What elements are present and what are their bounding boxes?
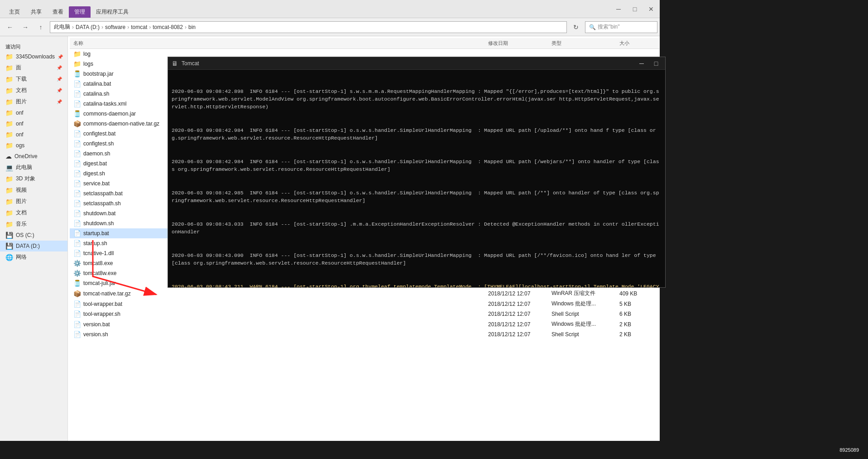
sidebar-item-docs[interactable]: 📁 文档 📌 <box>0 85 67 96</box>
bat-icon: 📄 <box>73 190 81 197</box>
sh-icon: 📄 <box>73 170 81 177</box>
jar-icon: 🫙 <box>73 110 81 117</box>
bat-icon: 📄 <box>73 80 81 87</box>
folder-icon: 📁 <box>5 221 13 228</box>
log-line-3: 2020-06-03 09:08:42.985 INFO 6184 --- [o… <box>172 189 662 205</box>
sidebar-item-documents[interactable]: 📁 文档 <box>0 207 67 218</box>
col-name[interactable]: 名称 <box>73 40 488 47</box>
sidebar-item-onedrive[interactable]: ☁ OneDrive <box>0 151 67 162</box>
folder-icon: 📁 <box>5 142 13 149</box>
file-row-tool-wrapper-sh[interactable]: 📄tool-wrapper.sh2018/12/12 12:07Shell Sc… <box>70 309 659 319</box>
terminal-minimize-button[interactable]: ─ <box>636 58 647 69</box>
sidebar-item-3d[interactable]: 📁 3D 对象 <box>0 173 67 184</box>
sidebar-item-pictures[interactable]: 📁 图片 <box>0 196 67 207</box>
quick-access-section: 速访问 <box>0 40 67 51</box>
terminal-body[interactable]: 2020-06-03 09:08:42.898 INFO 6184 --- [o… <box>168 70 665 287</box>
terminal-icon: 🖥 <box>172 60 178 67</box>
drive-icon: 💾 <box>5 232 13 239</box>
folder-icon: 📁 <box>5 87 13 94</box>
sh-icon: 📄 <box>73 200 81 207</box>
taskbar: 8925089 <box>0 441 868 459</box>
sidebar-item-data[interactable]: 💾 DATA (D:) <box>0 241 67 251</box>
tab-share[interactable]: 共享 <box>25 6 47 18</box>
sidebar-item-onf1[interactable]: 📁 onf <box>0 107 67 118</box>
tab-home[interactable]: 主页 <box>4 6 25 18</box>
tab-app-tools[interactable]: 应用程序工具 <box>91 6 134 18</box>
minimize-button[interactable]: ─ <box>612 3 625 15</box>
close-button[interactable]: ✕ <box>645 3 657 15</box>
window-controls: ─ □ ✕ <box>612 3 657 15</box>
sidebar: 速访问 📁 3345Downloads 📌 📁 面 📌 📁 下载 📌 📁 文档 … <box>0 36 68 446</box>
log-line-0: 2020-06-03 09:08:42.898 INFO 6184 --- [o… <box>172 87 662 111</box>
log-line-6: 2020-06-03 09:08:43.211 WARN 6184 --- [o… <box>172 283 662 287</box>
gz-icon: 📦 <box>73 290 81 297</box>
tab-manage[interactable]: 管理 <box>69 6 91 18</box>
sidebar-item-downloads[interactable]: 📁 下载 📌 <box>0 73 67 85</box>
exe-icon: ⚙️ <box>73 260 81 267</box>
bat-icon: 📄 <box>73 230 81 237</box>
file-row-version-sh[interactable]: 📄version.sh2018/12/12 12:07Shell Script2… <box>70 329 659 339</box>
gz-icon: 📦 <box>73 120 81 127</box>
path-bin[interactable]: bin <box>188 24 196 30</box>
folder-icon: 📁 <box>5 76 13 83</box>
search-box[interactable]: 🔍 搜索"bin" <box>585 21 657 33</box>
ribbon-tab-strip: 主页 共享 查看 管理 应用程序工具 <box>4 0 134 18</box>
path-tomcat8082[interactable]: tomcat-8082 <box>153 24 183 30</box>
jar-icon: 🫙 <box>73 280 81 287</box>
sidebar-item-network[interactable]: 🌐 网络 <box>0 251 67 263</box>
col-date[interactable]: 修改日期 <box>488 40 551 47</box>
folder-icon: 📁 <box>73 60 81 68</box>
bat-icon: 📄 <box>73 300 81 308</box>
path-software[interactable]: software <box>105 24 125 30</box>
file-row-tool-wrapper-bat[interactable]: 📄tool-wrapper.bat2018/12/12 12:07Windows… <box>70 299 659 309</box>
folder-icon: 📁 <box>5 131 13 138</box>
folder-icon: 📁 <box>5 109 13 116</box>
folder-icon: 📁 <box>73 50 81 58</box>
refresh-button[interactable]: ↻ <box>570 21 582 34</box>
bat-icon: 📄 <box>73 210 81 217</box>
maximize-button[interactable]: □ <box>628 3 641 15</box>
right-panel <box>660 0 868 459</box>
sh-icon: 📄 <box>73 331 81 338</box>
sidebar-item-os[interactable]: 💾 OS (C:) <box>0 230 67 241</box>
bat-icon: 📄 <box>73 160 81 167</box>
up-button[interactable]: ↑ <box>34 21 47 34</box>
folder-icon: 📁 <box>5 64 13 72</box>
taskbar-number: 8925089 <box>839 447 859 453</box>
path-drive[interactable]: DATA (D:) <box>76 24 100 30</box>
network-icon: 🌐 <box>5 254 13 261</box>
folder-icon: 📁 <box>5 120 13 127</box>
sidebar-item-music[interactable]: 📁 音乐 <box>0 218 67 230</box>
bat-icon: 📄 <box>73 321 81 328</box>
jar-icon: 🫙 <box>73 70 81 77</box>
terminal-title-text: Tomcat <box>182 60 633 67</box>
terminal-window: 🖥 Tomcat ─ □ 2020-06-03 09:08:42.898 INF… <box>168 57 666 288</box>
search-icon: 🔍 <box>589 24 596 30</box>
sidebar-item-onf3[interactable]: 📁 onf <box>0 129 67 140</box>
terminal-maximize-button[interactable]: □ <box>651 58 662 69</box>
address-path[interactable]: 此电脑 › DATA (D:) › software › tomcat › to… <box>50 21 567 33</box>
path-tomcat[interactable]: tomcat <box>131 24 147 30</box>
sh-icon: 📄 <box>73 140 81 147</box>
sidebar-item-thispc[interactable]: 💻 此电脑 <box>0 162 67 173</box>
sh-icon: 📄 <box>73 240 81 247</box>
taskbar-time: 8925089 <box>839 447 864 453</box>
sidebar-item-desktop[interactable]: 📁 面 📌 <box>0 62 67 73</box>
col-type[interactable]: 类型 <box>551 40 619 47</box>
title-bar: 主页 共享 查看 管理 应用程序工具 ─ □ ✕ <box>0 0 661 18</box>
sidebar-item-ogs[interactable]: 📁 ogs <box>0 140 67 151</box>
sh-icon: 📄 <box>73 150 81 157</box>
tab-view[interactable]: 查看 <box>47 6 69 18</box>
sidebar-item-video[interactable]: 📁 视频 <box>0 184 67 196</box>
col-size[interactable]: 大小 <box>619 40 656 47</box>
path-computer[interactable]: 此电脑 <box>54 23 70 31</box>
forward-button[interactable]: → <box>19 21 32 34</box>
sh-icon: 📄 <box>73 310 81 318</box>
back-button[interactable]: ← <box>4 21 16 34</box>
sidebar-item-3345downloads[interactable]: 📁 3345Downloads 📌 <box>0 51 67 62</box>
file-row-version-bat[interactable]: 📄version.bat2018/12/12 12:07Windows 批处理.… <box>70 319 659 329</box>
sidebar-item-onf2[interactable]: 📁 onf <box>0 118 67 129</box>
address-bar: ← → ↑ 此电脑 › DATA (D:) › software › tomca… <box>0 18 661 36</box>
sidebar-item-pics[interactable]: 📁 图片 📌 <box>0 96 67 107</box>
file-row-tomcat-native[interactable]: 📦tomcat-native.tar.gz2018/12/12 12:07Win… <box>70 288 659 299</box>
